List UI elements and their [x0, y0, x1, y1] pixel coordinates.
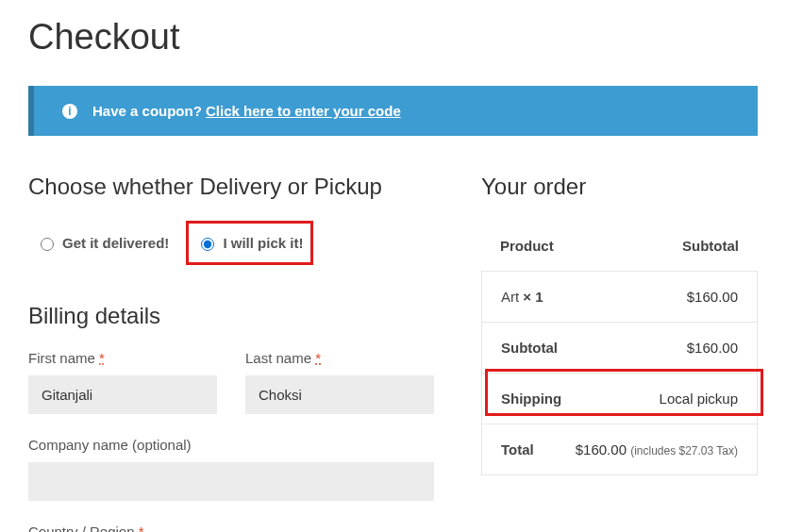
- last-name-input[interactable]: [245, 375, 434, 414]
- line-item-price: $160.00: [687, 289, 738, 305]
- order-subtotal-row: Subtotal $160.00: [481, 322, 758, 373]
- country-label: Country / Region *: [28, 524, 434, 532]
- required-mark: *: [315, 350, 321, 366]
- billing-heading: Billing details: [28, 303, 434, 329]
- shipping-value: Local pickup: [660, 391, 738, 407]
- required-mark: *: [139, 524, 144, 532]
- company-label: Company name (optional): [28, 437, 434, 453]
- line-item-name: Art: [501, 289, 523, 305]
- order-header-subtotal: Subtotal: [682, 238, 739, 254]
- coupon-link[interactable]: Click here to enter your code: [206, 103, 401, 119]
- order-header-row: Product Subtotal: [481, 221, 758, 271]
- radio-pickup-group[interactable]: I will pick it!: [186, 221, 313, 265]
- line-item-qty: × 1: [523, 289, 543, 305]
- required-mark: *: [99, 350, 105, 366]
- order-summary: Product Subtotal Art × 1 $160.00 Subtota…: [481, 221, 758, 475]
- radio-pickup[interactable]: [201, 238, 214, 251]
- first-name-label-text: First name: [28, 350, 99, 366]
- order-header-product: Product: [500, 238, 554, 254]
- last-name-label-text: Last name: [245, 350, 315, 366]
- coupon-banner: i Have a coupon? Click here to enter you…: [28, 86, 758, 136]
- country-label-text: Country / Region: [28, 524, 139, 532]
- order-line-item: Art × 1 $160.00: [481, 271, 758, 322]
- first-name-label: First name *: [28, 350, 217, 366]
- tax-note: (includes $27.03 Tax): [630, 444, 738, 457]
- radio-deliver-group[interactable]: Get it delivered!: [28, 224, 176, 262]
- shipping-label: Shipping: [501, 391, 561, 407]
- subtotal-value: $160.00: [687, 340, 738, 356]
- last-name-label: Last name *: [245, 350, 434, 366]
- coupon-prompt: Have a coupon?: [92, 103, 206, 119]
- page-title: Checkout: [28, 17, 758, 58]
- order-shipping-row: Shipping Local pickup: [481, 373, 758, 424]
- company-input[interactable]: [28, 462, 434, 501]
- radio-pickup-label: I will pick it!: [223, 235, 303, 251]
- total-label: Total: [501, 441, 534, 457]
- radio-deliver-label: Get it delivered!: [62, 235, 169, 251]
- order-heading: Your order: [481, 174, 758, 200]
- info-icon: i: [62, 104, 77, 119]
- delivery-heading: Choose whether Delivery or Pickup: [28, 174, 434, 200]
- radio-deliver[interactable]: [41, 238, 54, 251]
- subtotal-label: Subtotal: [501, 340, 558, 356]
- total-value: $160.00: [576, 441, 630, 457]
- first-name-input[interactable]: [28, 375, 217, 414]
- order-total-row: Total $160.00 (includes $27.03 Tax): [481, 424, 758, 475]
